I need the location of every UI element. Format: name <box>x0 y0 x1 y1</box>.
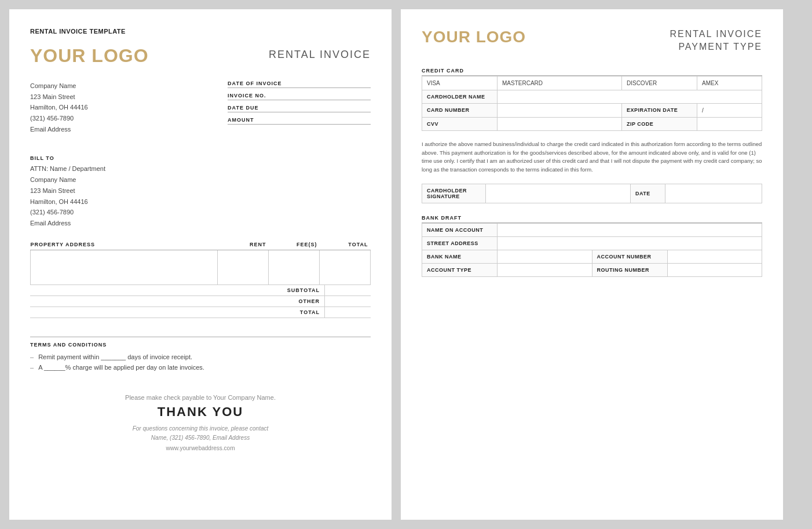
card-number-row: CARD NUMBER EXPIRATION DATE / <box>422 103 762 117</box>
card-type-row: VISA MASTERCARD DISCOVER AMEX <box>422 76 762 90</box>
bill-city: Hamilton, OH 44416 <box>30 196 371 207</box>
right-title-line2: PAYMENT TYPE <box>670 41 762 53</box>
cardholder-sig-label: CARDHOLDERSIGNATURE <box>422 184 486 203</box>
name-on-account-value <box>498 223 762 236</box>
info-section: Company Name 123 Main Street Hamilton, O… <box>30 81 371 145</box>
credit-card-section: CREDIT CARD VISA MASTERCARD DISCOVER AME… <box>422 68 762 131</box>
bill-attn: ATTN: Name / Department <box>30 163 371 174</box>
cell-total <box>319 250 370 284</box>
company-name: Company Name <box>30 81 217 92</box>
name-on-account-label: NAME ON ACCOUNT <box>422 223 498 236</box>
company-phone: (321) 456-7890 <box>30 113 217 124</box>
other-value <box>324 296 371 307</box>
right-title-line1: RENTAL INVOICE <box>670 28 762 41</box>
property-table: PROPERTY ADDRESS RENT FEE(S) TOTAL <box>30 239 371 285</box>
terms-title: TERMS AND CONDITIONS <box>30 342 371 348</box>
left-page: RENTAL INVOICE TEMPLATE YOUR LOGO RENTAL… <box>9 9 392 520</box>
footer-section: Please make check payable to Your Compan… <box>30 394 371 451</box>
template-title: RENTAL INVOICE TEMPLATE <box>30 28 371 35</box>
auth-text: I authorize the above named business/ind… <box>422 140 762 174</box>
table-row <box>31 250 371 284</box>
terms-item-2: A ______% charge will be applied per day… <box>30 364 371 371</box>
right-page: YOUR LOGO RENTAL INVOICE PAYMENT TYPE CR… <box>401 9 783 520</box>
bank-draft-section: BANK DRAFT NAME ON ACCOUNT STREET ADDRES… <box>422 215 762 277</box>
sig-date-value <box>665 184 762 203</box>
street-address-row: STREET ADDRESS <box>422 236 762 250</box>
footer-contact-line1: For questions concerning this invoice, p… <box>30 424 371 433</box>
card-type-table: VISA MASTERCARD DISCOVER AMEX CARDHOLDER… <box>422 76 762 131</box>
amex-cell: AMEX <box>697 76 762 90</box>
total-row: TOTAL <box>30 307 371 318</box>
account-type-row: ACCOUNT TYPE ROUTING NUMBER <box>422 263 762 276</box>
terms-item-1: Remit payment within _______ days of inv… <box>30 353 371 360</box>
subtotal-label: SUBTOTAL <box>255 285 324 295</box>
footer-web: www.yourwebaddress.com <box>30 445 371 451</box>
street-address-value <box>498 236 762 250</box>
company-city: Hamilton, OH 44416 <box>30 102 217 113</box>
routing-number-value <box>667 263 762 276</box>
cell-property <box>31 250 218 284</box>
cardholder-name-value <box>498 90 762 103</box>
bill-company: Company Name <box>30 174 371 185</box>
totals-section: SUBTOTAL OTHER TOTAL <box>30 285 371 318</box>
date-due-label: DATE DUE <box>228 105 371 112</box>
cardholder-sig-value <box>486 184 631 203</box>
col-fees: FEE(S) <box>268 239 319 250</box>
other-label: OTHER <box>255 296 324 307</box>
other-row: OTHER <box>30 296 371 307</box>
name-on-account-row: NAME ON ACCOUNT <box>422 223 762 236</box>
col-total: TOTAL <box>319 239 370 250</box>
date-of-invoice-label: DATE OF INVOICE <box>228 81 371 88</box>
total-value <box>324 307 371 318</box>
signature-row: CARDHOLDERSIGNATURE DATE <box>422 184 762 203</box>
account-number-label: ACCOUNT NUMBER <box>592 250 667 263</box>
bill-street: 123 Main Street <box>30 185 371 196</box>
footer-contact-line2: Name, (321) 456-7890, Email Address <box>30 433 371 443</box>
account-type-label: ACCOUNT TYPE <box>422 263 498 276</box>
bank-name-label: BANK NAME <box>422 250 498 263</box>
bill-to-label: BILL TO <box>30 155 371 161</box>
credit-card-label: CREDIT CARD <box>422 68 762 76</box>
amount-label: AMOUNT <box>228 117 371 125</box>
cell-rent <box>217 250 268 284</box>
expiration-date-label: EXPIRATION DATE <box>621 103 697 117</box>
visa-cell: VISA <box>422 76 498 90</box>
cardholder-name-row: CARDHOLDER NAME <box>422 90 762 103</box>
cvv-row: CVV ZIP CODE <box>422 117 762 130</box>
right-header: YOUR LOGO RENTAL INVOICE PAYMENT TYPE <box>422 28 762 54</box>
card-number-label: CARD NUMBER <box>422 103 498 117</box>
invoice-fields-block: DATE OF INVOICE INVOICE NO. DATE DUE AMO… <box>228 81 371 145</box>
cardholder-name-label: CARDHOLDER NAME <box>422 90 498 103</box>
terms-section: TERMS AND CONDITIONS Remit payment withi… <box>30 337 371 371</box>
bill-to-info: ATTN: Name / Department Company Name 123… <box>30 163 371 228</box>
signature-table: CARDHOLDERSIGNATURE DATE <box>422 184 762 203</box>
subtotal-value <box>324 285 371 295</box>
sig-date-label: DATE <box>631 184 665 203</box>
bill-to-section: BILL TO ATTN: Name / Department Company … <box>30 155 371 228</box>
right-title: RENTAL INVOICE PAYMENT TYPE <box>670 28 762 54</box>
cvv-value <box>498 117 622 130</box>
discover-cell: DISCOVER <box>621 76 697 90</box>
bank-draft-table: NAME ON ACCOUNT STREET ADDRESS BANK NAME… <box>422 223 762 277</box>
routing-number-label: ROUTING NUMBER <box>592 263 667 276</box>
footer-check: Please make check payable to Your Compan… <box>30 394 371 401</box>
account-type-value <box>498 263 592 276</box>
footer-thankyou: THANK YOU <box>30 404 371 419</box>
left-invoice-title: RENTAL INVOICE <box>269 45 371 61</box>
col-property: PROPERTY ADDRESS <box>31 239 218 250</box>
street-address-label: STREET ADDRESS <box>422 236 498 250</box>
cell-fees <box>268 250 319 284</box>
logo-invoice-row: YOUR LOGO RENTAL INVOICE <box>30 45 371 67</box>
left-logo: YOUR LOGO <box>30 45 149 67</box>
zip-code-label: ZIP CODE <box>621 117 697 130</box>
bank-draft-label: BANK DRAFT <box>422 215 762 223</box>
account-number-value <box>667 250 762 263</box>
zip-code-value <box>697 117 762 130</box>
bank-name-row: BANK NAME ACCOUNT NUMBER <box>422 250 762 263</box>
col-rent: RENT <box>217 239 268 250</box>
expiration-date-value: / <box>697 103 762 117</box>
company-info-block: Company Name 123 Main Street Hamilton, O… <box>30 81 217 145</box>
subtotal-row: SUBTOTAL <box>30 285 371 296</box>
bank-name-value <box>498 250 592 263</box>
company-info: Company Name 123 Main Street Hamilton, O… <box>30 81 217 134</box>
